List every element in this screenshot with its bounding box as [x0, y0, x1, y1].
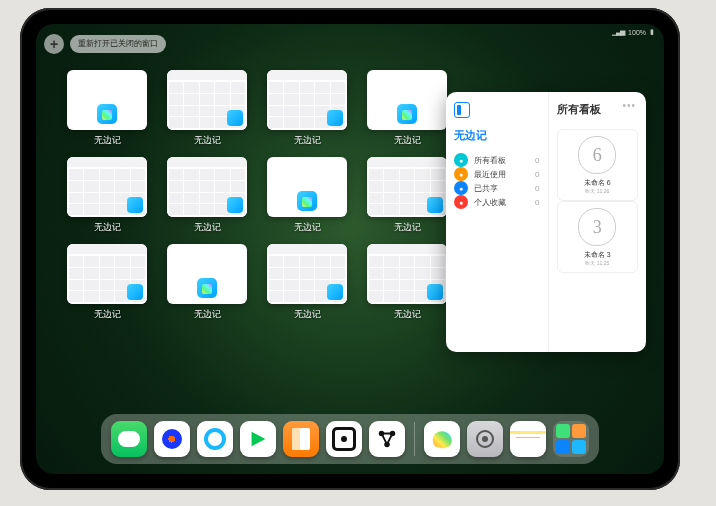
dock-app-library[interactable]	[553, 421, 589, 457]
battery-icon: ▮	[650, 28, 654, 36]
freeform-sidebar: 无边记 ●所有看板0●最近使用0●已共享0●个人收藏0	[446, 92, 549, 352]
tile-label: 无边记	[394, 222, 421, 234]
app-switcher-tile[interactable]: 无边记	[66, 70, 148, 147]
tile-thumbnail	[267, 157, 347, 217]
sidebar-item-label: 最近使用	[474, 169, 506, 180]
sidebar-item-icon: ●	[454, 153, 468, 167]
dock-separator	[414, 422, 415, 456]
tile-thumbnail	[267, 244, 347, 304]
tile-thumbnail	[267, 70, 347, 130]
dock	[101, 414, 599, 464]
app-switcher-tile[interactable]: 无边记	[166, 157, 248, 234]
dock-app-freeform[interactable]	[424, 421, 460, 457]
board-name: 未命名 3	[584, 250, 611, 260]
tile-label: 无边记	[94, 222, 121, 234]
sidebar-item[interactable]: ●所有看板0	[454, 153, 540, 167]
tile-thumbnail	[167, 70, 247, 130]
dock-app-notes[interactable]	[510, 421, 546, 457]
tile-label: 无边记	[94, 309, 121, 321]
wifi-icon: ▁▃▅	[612, 28, 624, 36]
svg-point-4	[482, 436, 488, 442]
sidebar-item-count: 0	[535, 156, 539, 165]
tile-label: 无边记	[394, 135, 421, 147]
tile-label: 无边记	[194, 135, 221, 147]
tile-label: 无边记	[294, 135, 321, 147]
new-window-button[interactable]: +	[44, 34, 64, 54]
tile-label: 无边记	[194, 309, 221, 321]
tile-label: 无边记	[294, 309, 321, 321]
tile-thumbnail	[167, 157, 247, 217]
app-switcher-grid: 无边记无边记无边记无边记无边记无边记无边记无边记无边记无边记无边记无边记	[66, 70, 436, 331]
battery-label: 100%	[628, 29, 646, 36]
board-card[interactable]: 3未命名 3昨天 11:25	[557, 201, 638, 273]
dock-app-books[interactable]	[283, 421, 319, 457]
app-switcher-tile[interactable]: 无边记	[266, 157, 348, 234]
app-switcher-tile[interactable]: 无边记	[66, 157, 148, 234]
app-switcher-tile[interactable]: 无边记	[366, 157, 448, 234]
tile-label: 无边记	[394, 309, 421, 321]
board-thumbnail: 6	[578, 136, 616, 174]
dock-app-quark[interactable]	[197, 421, 233, 457]
board-name: 未命名 6	[584, 178, 611, 188]
status-bar: ▁▃▅ 100% ▮	[612, 26, 654, 38]
sidebar-item-count: 0	[535, 184, 539, 193]
tile-thumbnail	[367, 70, 447, 130]
app-switcher-tile[interactable]: 无边记	[366, 244, 448, 321]
board-thumbnail: 3	[578, 208, 616, 246]
dock-app-iqiyi[interactable]	[240, 421, 276, 457]
sidebar-item-icon: ●	[454, 195, 468, 209]
more-icon[interactable]: •••	[622, 100, 636, 111]
screen: ▁▃▅ 100% ▮ + 重新打开已关闭的窗口 无边记无边记无边记无边记无边记无…	[36, 24, 664, 474]
app-switcher-tile[interactable]: 无边记	[166, 244, 248, 321]
dock-app-obsidian-like[interactable]	[326, 421, 362, 457]
tile-thumbnail	[67, 70, 147, 130]
sidebar-item-count: 0	[535, 198, 539, 207]
board-time: 昨天 11:25	[585, 260, 609, 266]
tile-label: 无边记	[194, 222, 221, 234]
app-switcher-tile[interactable]: 无边记	[266, 244, 348, 321]
app-switcher-tile[interactable]: 无边记	[366, 70, 448, 147]
ipad-device-frame: ▁▃▅ 100% ▮ + 重新打开已关闭的窗口 无边记无边记无边记无边记无边记无…	[20, 8, 680, 490]
sidebar-item-icon: ●	[454, 167, 468, 181]
tile-thumbnail	[367, 157, 447, 217]
tile-thumbnail	[67, 244, 147, 304]
sidebar-toggle-icon[interactable]	[454, 102, 470, 118]
board-card[interactable]: 6未命名 6昨天 11:26	[557, 129, 638, 201]
sidebar-item-label: 已共享	[474, 183, 498, 194]
app-switcher-tile[interactable]: 无边记	[166, 70, 248, 147]
sidebar-item[interactable]: ●已共享0	[454, 181, 540, 195]
sidebar-item-count: 0	[535, 170, 539, 179]
tile-thumbnail	[367, 244, 447, 304]
tile-label: 无边记	[94, 135, 121, 147]
sidebar-item-icon: ●	[454, 181, 468, 195]
sidebar-item-label: 个人收藏	[474, 197, 506, 208]
dock-app-tencent-video[interactable]	[154, 421, 190, 457]
sidebar-item-label: 所有看板	[474, 155, 506, 166]
freeform-title: 无边记	[454, 128, 540, 143]
tile-thumbnail	[167, 244, 247, 304]
sidebar-item[interactable]: ●最近使用0	[454, 167, 540, 181]
freeform-window[interactable]: ••• 无边记 ●所有看板0●最近使用0●已共享0●个人收藏0 所有看板 6未命…	[446, 92, 646, 352]
app-switcher-tile[interactable]: 无边记	[66, 244, 148, 321]
board-time: 昨天 11:26	[585, 188, 609, 194]
dock-app-wechat[interactable]	[111, 421, 147, 457]
tile-thumbnail	[67, 157, 147, 217]
freeform-boards-pane: 所有看板 6未命名 6昨天 11:263未命名 3昨天 11:25	[549, 92, 646, 352]
dock-app-xmind-like[interactable]	[369, 421, 405, 457]
sidebar-item[interactable]: ●个人收藏0	[454, 195, 540, 209]
dock-app-settings[interactable]	[467, 421, 503, 457]
reopen-closed-window-button[interactable]: 重新打开已关闭的窗口	[70, 35, 166, 53]
tile-label: 无边记	[294, 222, 321, 234]
app-switcher-tile[interactable]: 无边记	[266, 70, 348, 147]
